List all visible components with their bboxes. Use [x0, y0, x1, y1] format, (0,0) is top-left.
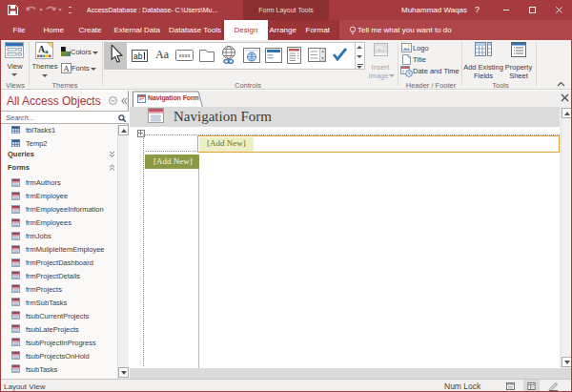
- svg-text:A: A: [63, 64, 70, 73]
- svg-text:ab: ab: [133, 52, 143, 61]
- svg-text:a: a: [45, 48, 49, 55]
- svg-text:xxxx: xxxx: [178, 52, 190, 58]
